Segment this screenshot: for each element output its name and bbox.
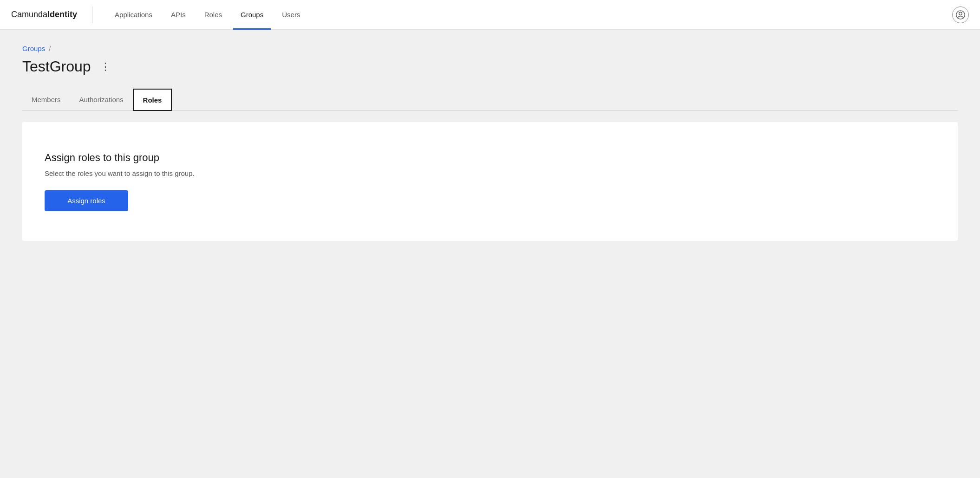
tab-roles[interactable]: Roles (133, 89, 172, 111)
navbar-divider (92, 6, 92, 23)
navbar-nav: Applications APIs Roles Groups Users (107, 0, 952, 30)
brand-name-regular: Camunda (11, 10, 47, 19)
content-card: Assign roles to this group Select the ro… (22, 122, 958, 241)
nav-item-users[interactable]: Users (274, 0, 307, 30)
card-description: Select the roles you want to assign to t… (45, 169, 935, 177)
nav-item-groups[interactable]: Groups (233, 0, 271, 30)
tabs-bar: Members Authorizations Roles (22, 88, 958, 111)
user-menu[interactable] (952, 6, 969, 23)
more-options-button[interactable]: ⋮ (97, 59, 114, 75)
card-title: Assign roles to this group (45, 152, 935, 164)
tab-authorizations[interactable]: Authorizations (70, 88, 133, 110)
breadcrumb-separator: / (49, 45, 51, 52)
tab-members[interactable]: Members (22, 88, 70, 110)
nav-item-applications[interactable]: Applications (107, 0, 160, 30)
svg-point-1 (959, 12, 962, 15)
main-content: Groups / TestGroup ⋮ Members Authorizati… (0, 30, 980, 256)
breadcrumb-groups-link[interactable]: Groups (22, 45, 45, 52)
breadcrumb: Groups / (22, 45, 958, 52)
nav-item-roles[interactable]: Roles (197, 0, 229, 30)
brand: Camunda Identity (11, 10, 77, 19)
navbar: Camunda Identity Applications APIs Roles… (0, 0, 980, 30)
more-options-icon: ⋮ (100, 61, 111, 73)
user-avatar-icon (952, 6, 969, 23)
page-title: TestGroup (22, 58, 91, 75)
nav-item-apis[interactable]: APIs (163, 0, 193, 30)
page-title-row: TestGroup ⋮ (22, 58, 958, 75)
brand-name-bold: Identity (47, 10, 77, 19)
assign-roles-button[interactable]: Assign roles (45, 190, 128, 211)
